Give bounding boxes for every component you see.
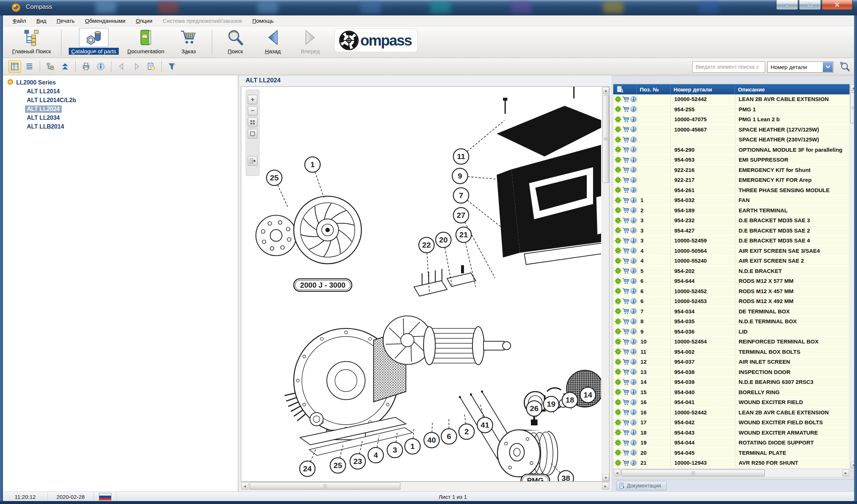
table-row[interactable]: 5954-202N.D.E BRACKET bbox=[613, 266, 850, 277]
table-horizontal-scrollbar[interactable]: ◄ ► bbox=[613, 469, 850, 477]
gear-icon[interactable] bbox=[615, 166, 621, 173]
gear-icon[interactable] bbox=[615, 288, 621, 294]
toolbar-button-book[interactable]: Documentation bbox=[125, 28, 167, 55]
filter-button[interactable] bbox=[166, 60, 178, 73]
gear-icon[interactable] bbox=[615, 106, 621, 112]
gear-icon[interactable] bbox=[615, 298, 621, 305]
table-row[interactable]: 20954-045TERMINAL PLATE bbox=[613, 448, 850, 458]
gear-icon[interactable] bbox=[615, 227, 621, 234]
info-icon[interactable] bbox=[630, 308, 637, 314]
zoom-in-button[interactable]: + bbox=[248, 95, 257, 104]
restore-button[interactable] bbox=[799, 0, 821, 10]
info-icon[interactable] bbox=[630, 439, 637, 446]
gear-icon[interactable] bbox=[615, 207, 621, 213]
info-icon[interactable] bbox=[630, 116, 637, 123]
table-row[interactable]: 954-053EMI SUPPRESSOR bbox=[613, 155, 850, 165]
cart-icon[interactable] bbox=[622, 368, 629, 375]
info-icon[interactable] bbox=[630, 267, 637, 274]
cart-icon[interactable] bbox=[622, 258, 629, 264]
cart-icon[interactable] bbox=[622, 348, 629, 355]
info-icon[interactable] bbox=[630, 419, 637, 426]
close-button[interactable] bbox=[822, 0, 853, 10]
table-row[interactable]: 2110000-12943AVR R250 FOR SHUNT bbox=[613, 458, 850, 468]
tile-view-button[interactable] bbox=[248, 118, 257, 127]
table-row[interactable]: 1954-032FAN bbox=[613, 195, 850, 206]
info-icon[interactable] bbox=[630, 227, 637, 234]
info-icon[interactable] bbox=[630, 247, 637, 254]
cart-icon[interactable] bbox=[622, 177, 629, 183]
cart-icon[interactable] bbox=[622, 399, 629, 406]
table-row[interactable]: 14954-039N.D.E BEARING 6307 2RSC3 bbox=[613, 377, 850, 388]
info-icon[interactable] bbox=[630, 460, 637, 466]
cart-icon[interactable] bbox=[622, 449, 629, 456]
info-icon[interactable] bbox=[630, 379, 637, 385]
table-row[interactable]: 13954-038INSPECTION DOOR bbox=[613, 367, 850, 378]
cart-icon[interactable] bbox=[622, 227, 629, 234]
header-description[interactable]: Описание bbox=[735, 84, 850, 94]
cart-icon[interactable] bbox=[622, 237, 629, 244]
info-icon[interactable] bbox=[630, 409, 637, 415]
cart-icon[interactable] bbox=[622, 166, 629, 173]
menu-item-3[interactable]: Печать bbox=[51, 16, 80, 25]
gear-icon[interactable] bbox=[615, 359, 621, 365]
diagram-vertical-scrollbar[interactable]: ▲ ▼ bbox=[602, 87, 609, 481]
gear-icon[interactable] bbox=[615, 348, 621, 355]
cart-icon[interactable] bbox=[622, 96, 629, 102]
info-icon[interactable] bbox=[630, 328, 637, 335]
gear-icon[interactable] bbox=[615, 460, 621, 466]
header-part-number[interactable]: Номер детали bbox=[671, 84, 735, 94]
info-icon[interactable] bbox=[630, 389, 637, 395]
info-icon[interactable] bbox=[630, 338, 637, 345]
table-row[interactable]: 2954-189EARTH TERMINAL bbox=[613, 206, 850, 216]
toolbar-button-hierarchy[interactable]: Главный Поиск bbox=[10, 28, 54, 55]
table-row[interactable]: 18954-043WOUND EXCITER ARMATURE bbox=[613, 428, 850, 438]
gear-icon[interactable] bbox=[615, 389, 621, 395]
gear-icon[interactable] bbox=[615, 399, 621, 406]
cart-icon[interactable] bbox=[622, 318, 629, 325]
toolbar-button-back[interactable]: Назад bbox=[257, 28, 289, 55]
cart-icon[interactable] bbox=[622, 217, 629, 224]
info-icon[interactable] bbox=[630, 278, 637, 284]
gear-icon[interactable] bbox=[615, 308, 621, 314]
cart-icon[interactable] bbox=[622, 187, 629, 193]
info-icon[interactable] bbox=[630, 136, 637, 143]
gear-icon[interactable] bbox=[615, 96, 621, 102]
table-row[interactable]: 17954-042WOUND EXCITER FIELD BOLTS bbox=[613, 418, 850, 428]
tree-item-alt-llb2014[interactable]: ALT LLB2014 bbox=[25, 122, 238, 131]
report-button[interactable] bbox=[145, 60, 157, 73]
documentation-button[interactable]: Документация bbox=[616, 481, 667, 490]
menu-item-7[interactable]: Помощь bbox=[247, 16, 279, 25]
nav-back-button[interactable] bbox=[115, 60, 128, 73]
diagram-canvas[interactable]: 2511197272120222619181424252343140624138… bbox=[241, 86, 610, 482]
tree-item-alt-ll2014[interactable]: ALT LL2014 bbox=[25, 87, 238, 96]
gear-icon[interactable] bbox=[615, 449, 621, 456]
table-row[interactable]: 10000-47075PMG 1 Lean 2 b bbox=[613, 115, 850, 125]
cart-icon[interactable] bbox=[622, 197, 629, 204]
header-icons-column[interactable] bbox=[613, 84, 637, 94]
collapse-icon[interactable] bbox=[7, 79, 13, 86]
gear-icon[interactable] bbox=[615, 379, 621, 385]
table-row[interactable]: 11954-002TERMINAL BOX BOLTS bbox=[613, 347, 850, 357]
cart-icon[interactable] bbox=[622, 288, 629, 294]
cart-icon[interactable] bbox=[622, 126, 629, 133]
cart-icon[interactable] bbox=[622, 379, 629, 385]
table-row[interactable]: SPACE HEATHER (230V/125W) bbox=[613, 135, 850, 145]
gear-icon[interactable] bbox=[615, 258, 621, 264]
gear-icon[interactable] bbox=[615, 126, 621, 133]
minimize-button[interactable] bbox=[776, 0, 798, 10]
gear-icon[interactable] bbox=[615, 197, 621, 204]
cart-icon[interactable] bbox=[622, 409, 629, 415]
list-view-button[interactable] bbox=[23, 60, 36, 73]
toolbar-button-cart[interactable]: Заказ bbox=[173, 28, 204, 55]
table-row[interactable]: 8954-035N.D.E TERMINAL BOX bbox=[613, 317, 850, 327]
table-row[interactable]: 10000-52442LEAN 2B AVR CABLE EXTENSION bbox=[613, 94, 850, 105]
toolbar-button-magnifier[interactable]: Поиск bbox=[219, 28, 251, 55]
table-row[interactable]: 9954-036LID bbox=[613, 327, 850, 337]
gear-icon[interactable] bbox=[615, 136, 621, 143]
gear-icon[interactable] bbox=[615, 409, 621, 415]
table-row[interactable]: 7954-034DE TERMINAL BOX bbox=[613, 307, 850, 317]
zoom-out-button[interactable]: − bbox=[248, 106, 257, 116]
info-icon[interactable] bbox=[630, 146, 637, 153]
info-icon[interactable] bbox=[630, 177, 637, 183]
menu-item-1[interactable]: Файл bbox=[7, 16, 31, 25]
